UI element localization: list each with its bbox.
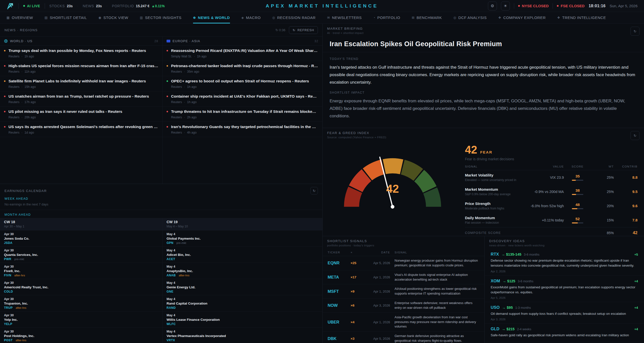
news-source: Reuters [8,70,20,74]
earnings-entry[interactable]: May 4 Global Payments Inc. GPNpre-mkt [162,230,322,247]
tab-sector-insights[interactable]: ▥SECTOR INSIGHTS [140,12,182,24]
earnings-ticker: ANAB [166,274,176,277]
earnings-entry[interactable]: Apr 30 Trupanion, Inc. TRUPafter-hrs [0,295,162,312]
news-source: Simply Wall St. [171,55,192,58]
news-item[interactable]: US pilot missing as Iran says it never r… [0,106,162,122]
idea-ticker[interactable]: GLD [491,326,500,331]
earnings-entry[interactable]: May 4 Vertex Pharmaceuticals Incorporate… [162,328,322,343]
signal-ticker[interactable]: DBK [328,336,350,341]
news-headline: High-stakes US special forces mission re… [8,64,158,68]
earnings-entry[interactable]: Apr 30 Post Holdings, Inc. POSTafter-hrs [0,328,162,343]
tab-trend-intelligence[interactable]: ❖TREND INTELLIGENCE [557,12,606,24]
signal-ticker[interactable]: MSFT [328,289,350,294]
news-refresh-stat: NEWS 23s [83,4,102,8]
news-headline: OPEC+ agrees to boost oil output when St… [171,79,318,84]
tab-overview[interactable]: ▦OVERVIEW [6,12,33,24]
signal-date: Apr 1, 2026 [365,320,394,324]
signal-row[interactable]: META ×17 Apr 1, 2026 Visa's AI dispute t… [322,270,484,284]
earnings-entry[interactable]: Apr 30 Americold Realty Trust, Inc. COLD [0,279,162,295]
theme-toggle-button[interactable]: ☀ [501,2,510,10]
discovery-idea[interactable]: USO → $95 1-3 months +4 Oil demand suppo… [485,302,644,324]
news-item[interactable]: Petronas-chartered tanker loaded with Ir… [162,61,322,76]
tab-macro[interactable]: ◈MACRO [242,12,261,24]
discovery-idea[interactable]: RTX → $135-145 3-6 months +5 Defense sec… [485,249,644,276]
signal-ticker[interactable]: EQNR [328,260,350,265]
signal-row[interactable]: MSFT ×9 Apr 1, 2026 AI/cloud positioning… [322,284,484,298]
news-item[interactable]: US says its agents arrested Qassem Solei… [0,122,162,137]
earnings-ticker: WLFC [166,322,176,326]
earnings-ticker: COLD [4,290,13,293]
earnings-entry[interactable]: Apr 30 Yelp Inc. YELP [0,312,162,328]
signal-row[interactable]: EQNR ×25 Apr 5, 2026 Norwegian energy pr… [322,256,484,270]
briefing-refresh-button[interactable]: ↻ [630,27,640,36]
earnings-company: Global Payments Inc. [166,237,318,240]
news-item[interactable]: OPEC+ agrees to boost oil output when St… [162,76,322,91]
signal-ticker[interactable]: UBER [328,320,350,324]
signal-row[interactable]: UBER ×4 Apr 1, 2026 Asia-Pacific growth … [322,313,484,332]
fear-greed-refresh-button[interactable]: ↻ [630,131,640,140]
col-contrib: CONTRIB [614,165,638,168]
signal-ticker[interactable]: NOW [328,303,350,308]
news-item[interactable]: Reassessing Pernod Ricard (ENXTPA:RI) Va… [162,46,322,61]
settings-button[interactable]: ⚙ [488,2,497,10]
idea-ticker[interactable]: USO [491,305,500,310]
earnings-refresh-button[interactable]: ↻ [310,187,318,194]
refresh-icon: ↻ [293,28,296,32]
earnings-entry[interactable]: Apr 30 Five9, Inc. FIVNafter-hrs [0,263,162,279]
earnings-entry[interactable]: May 4 Willis Lease Finance Corporation W… [162,312,322,328]
ai-live-status: AI LIVE [23,4,40,8]
signal-weight: 25% [591,176,614,180]
earnings-entry[interactable]: Apr 30 Quanta Services, Inc. PWRpre-mkt [0,247,162,263]
idea-ticker[interactable]: RTX [491,252,499,257]
news-item[interactable]: US snatches airman from Iran as Trump, I… [0,91,162,106]
tab-stock-view[interactable]: ◉STOCK VIEW [98,12,128,24]
news-refresh-button[interactable]: ↻ REFRESH [289,26,318,34]
news-item[interactable]: High-stakes US special forces mission re… [0,61,162,76]
news-item[interactable]: Trump says deal with Iran possible by Mo… [0,46,162,61]
signal-row[interactable]: DBK ×3 Apr 5, 2026 German bank defensive… [322,332,484,343]
tab-portfolio[interactable]: ◔PORTFOLIO [373,12,400,24]
news-column-europe-asia: EUROPE · ASIA 32 Reassessing Pernod Rica… [162,37,322,184]
news-headline: Container ship reports incident at UAE's… [171,94,318,98]
tab-newsletters[interactable]: ✉NEWSLETTERS [327,12,362,24]
earnings-entry[interactable]: May 4 Adicet Bio, Inc. ACET [162,247,322,263]
divider [45,3,45,9]
news-source: Reuters [8,85,20,88]
tab-recession-radar[interactable]: ◎RECESSION RADAR [272,12,316,24]
signal-row[interactable]: NOW ×6 Apr 3, 2026 Enterprise software d… [322,298,484,313]
signal-value: VIX 23.9 [522,176,564,180]
news-headline: Satellite firm Planet Labs to indefinite… [8,79,158,84]
news-item[interactable]: Container ship reports incident at UAE's… [162,91,322,106]
earnings-entry[interactable]: May 4 Rand Capital Corporation RAND [162,295,322,312]
severity-dot-icon [166,80,168,82]
divider [18,3,19,9]
tab-shortlist-detail[interactable]: ▤SHORTLIST DETAIL [44,12,87,24]
earnings-date: May 4 [166,314,318,317]
score-bar [572,180,583,181]
news-time: 1d ago [24,131,34,134]
earnings-entry[interactable]: May 4 Genie Energy Ltd. GNE [162,279,322,295]
tab-dcf-analysis[interactable]: ◎DCF ANALYSIS [454,12,487,24]
idea-ticker[interactable]: XOM [491,278,500,283]
news-item[interactable]: Iran's Revolutionary Guards say they tar… [162,122,322,137]
news-time: 1h ago [24,55,34,58]
signal-date: Apr 1, 2026 [365,275,394,279]
earnings-entry[interactable]: Apr 30 Jones Soda Co. JSDA [0,230,162,247]
col-score: SCORE [564,165,591,168]
earnings-ticker: ACET [166,257,175,261]
news-item[interactable]: Satellite firm Planet Labs to indefinite… [0,76,162,91]
discovery-idea[interactable]: XOM → $125 3-6 months +4 ExxonMobil gain… [485,276,644,302]
signal-value: -6.0% from 52w high [522,204,564,208]
tab-company-explorer[interactable]: ❖COMPANY EXPLORER [498,12,546,24]
tab-news-world[interactable]: ⊕NEWS & WORLD [193,12,230,24]
app-logo-icon [6,2,14,10]
earnings-company: Adicet Bio, Inc. [166,253,318,257]
news-item[interactable]: Trump threatens to hit Iran infrastructu… [162,106,322,122]
signal-ticker[interactable]: META [328,275,350,280]
fear-signal-row: Daily MomentumFlat session — indecision … [465,213,638,227]
discovery-idea[interactable]: GLD → $215 2-4 weeks +4 Safe-haven gold … [485,324,644,342]
tab-benchmark[interactable]: ⊞BENCHMARK [412,12,442,24]
earnings-entry[interactable]: May 4 AnaptysBio, Inc. ANABafter-hrs [162,263,322,279]
tab-label: RECESSION RADAR [277,16,316,20]
news-source: Reuters [171,131,182,134]
